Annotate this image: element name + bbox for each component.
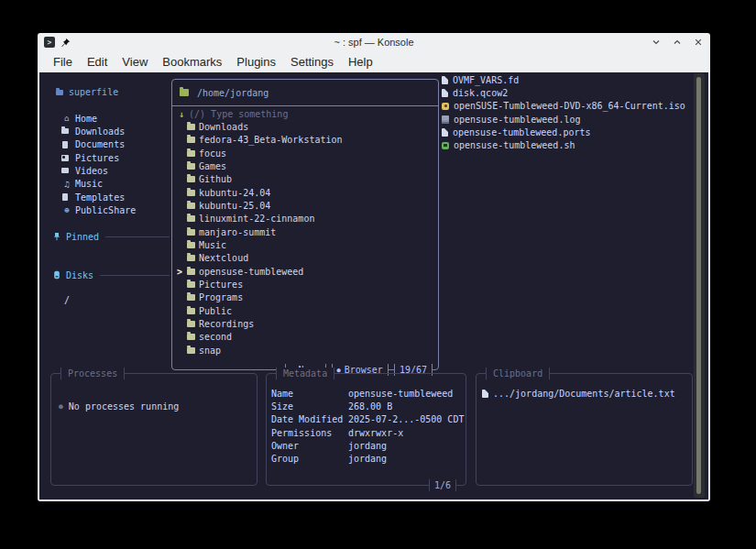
pin-icon xyxy=(60,38,71,48)
dir-name: Programs xyxy=(199,292,243,302)
file-name: opensuse-tumbleweed.ports xyxy=(453,127,591,137)
app-title: superfile xyxy=(56,87,118,97)
sidebar-item-pictures[interactable]: Pictures xyxy=(61,151,181,164)
folder-icon xyxy=(187,255,195,261)
minimize-button[interactable] xyxy=(651,37,662,48)
dir-entry[interactable]: fedora-43_Beta-Workstation xyxy=(172,134,438,147)
dir-entry[interactable]: Downloads xyxy=(172,120,438,133)
dir-entry[interactable]: kubuntu-25.04 xyxy=(172,199,438,212)
app-title-label: superfile xyxy=(69,87,118,97)
menu-help[interactable]: Help xyxy=(341,55,380,69)
cursor-icon: > xyxy=(177,267,182,277)
image-icon xyxy=(61,155,72,161)
dir-name: Pictures xyxy=(199,280,243,290)
sidebar-item-documents[interactable]: Documents xyxy=(61,138,181,151)
sidebar-section-disks: Disks xyxy=(52,269,170,281)
folder-icon xyxy=(187,137,195,143)
metadata-title: Metadata xyxy=(276,368,334,379)
dir-entry[interactable]: kubuntu-24.04 xyxy=(172,186,438,199)
folder-icon xyxy=(187,124,195,130)
terminal-scrollbar[interactable] xyxy=(694,73,705,498)
file-name: openSUSE-Tumbleweed-DVD-x86_64-Current.i… xyxy=(454,101,685,111)
metadata-row: Nameopensuse-tumbleweed xyxy=(267,387,466,400)
dir-name: manjaro-summit xyxy=(199,227,276,237)
file-entry[interactable]: opensuse-tumbleweed.ports xyxy=(442,126,695,138)
menu-view[interactable]: View xyxy=(115,55,155,69)
metadata-label: Group xyxy=(271,454,348,464)
menu-bookmarks[interactable]: Bookmarks xyxy=(155,55,229,69)
section-divider xyxy=(100,275,170,276)
file-entry[interactable]: disk.qcow2 xyxy=(442,86,695,99)
file-file-icon xyxy=(442,128,448,137)
dir-entry[interactable]: >opensuse-tumbleweed xyxy=(172,265,438,278)
maximize-button[interactable] xyxy=(672,37,683,48)
menu-file[interactable]: File xyxy=(46,55,80,69)
sidebar-item-label: Templates xyxy=(75,192,125,203)
file-name: opensuse-tumbleweed.log xyxy=(454,115,580,125)
dir-name: Downloads xyxy=(199,122,248,132)
pinned-icon xyxy=(52,232,61,241)
dir-name: snap xyxy=(199,346,221,356)
script-file-icon xyxy=(442,142,449,149)
sidebar-item-templates[interactable]: Templates xyxy=(61,191,181,203)
disk-item-root[interactable]: / xyxy=(64,293,70,306)
file-entry[interactable]: OVMF_VARS.fd xyxy=(442,73,695,86)
sidebar-item-downloads[interactable]: Downloads xyxy=(61,125,181,137)
metadata-label: Name xyxy=(271,389,348,399)
sidebar-item-label: Documents xyxy=(75,139,125,149)
folder-icon xyxy=(187,269,195,275)
section-divider xyxy=(105,236,170,237)
dir-entry[interactable]: Recordings xyxy=(172,317,438,330)
menu-settings[interactable]: Settings xyxy=(283,55,341,69)
file-entry[interactable]: opensuse-tumbleweed.log xyxy=(442,113,695,126)
window-title: ~ : spf — Konsole xyxy=(38,37,710,48)
sidebar-item-home[interactable]: ⌂Home xyxy=(61,112,181,125)
dir-entry[interactable]: manjaro-summit xyxy=(172,225,438,238)
dir-entry[interactable]: second xyxy=(172,331,438,344)
close-button[interactable] xyxy=(693,37,704,48)
dir-entry[interactable]: snap xyxy=(172,344,438,357)
processes-empty-text: No processes running xyxy=(69,401,179,412)
metadata-row: Permissionsdrwxrwxr-x xyxy=(267,426,466,439)
folder-icon xyxy=(187,347,195,354)
folder-icon xyxy=(187,190,195,196)
menu-edit[interactable]: Edit xyxy=(80,55,115,69)
sidebar-item-label: Downloads xyxy=(75,126,125,137)
clipboard-panel: Clipboard .../jordang/Documents/article.… xyxy=(476,373,693,486)
folder-icon xyxy=(187,229,195,236)
disk-root-label: / xyxy=(64,295,70,305)
titlebar[interactable]: > ~ : spf — Konsole xyxy=(38,33,710,51)
dir-entry[interactable]: Public xyxy=(172,304,438,317)
file-entry[interactable]: openSUSE-Tumbleweed-DVD-x86_64-Current.i… xyxy=(442,100,695,113)
scrollbar-thumb[interactable] xyxy=(696,77,701,494)
folder-icon xyxy=(187,150,195,157)
dir-name: fedora-43_Beta-Workstation xyxy=(199,135,343,145)
clipboard-title: Clipboard xyxy=(486,368,550,379)
sidebar-item-label: Home xyxy=(75,114,97,124)
folder-icon xyxy=(187,203,195,209)
file-browser-panel: /home/jordang ↓ (/) Type something Downl… xyxy=(171,79,439,370)
search-input[interactable]: ↓ (/) Type something xyxy=(172,107,438,120)
sidebar-item-music[interactable]: ♫Music xyxy=(61,178,181,191)
search-placeholder: (/) Type something xyxy=(189,109,288,119)
dir-name: linuxmint-22-cinnamon xyxy=(199,214,314,224)
dir-entry[interactable]: Games xyxy=(172,159,438,172)
dir-entry[interactable]: Music xyxy=(172,238,438,251)
sidebar-item-videos[interactable]: Videos xyxy=(61,164,181,177)
menu-plugins[interactable]: Plugins xyxy=(229,55,283,69)
superfile-logo-icon xyxy=(56,90,63,95)
file-file-icon xyxy=(442,89,448,97)
dir-entry[interactable]: focus xyxy=(172,147,438,159)
directory-list: ↓ (/) Type something Downloadsfedora-43_… xyxy=(172,106,438,369)
dir-name: Github xyxy=(199,174,232,184)
path-bar: /home/jordang xyxy=(172,80,438,106)
metadata-row: Date Modified2025-07-2...-0500 CDT xyxy=(267,413,466,426)
sidebar-item-publicshare[interactable]: ⊕PublicShare xyxy=(61,203,181,216)
file-entry[interactable]: opensuse-tumbleweed.sh xyxy=(442,139,695,152)
dir-entry[interactable]: Github xyxy=(172,173,438,186)
dir-entry[interactable]: Programs xyxy=(172,291,438,304)
dir-entry[interactable]: Pictures xyxy=(172,278,438,291)
dir-entry[interactable]: linuxmint-22-cinnamon xyxy=(172,213,438,225)
dir-entry[interactable]: Nextcloud xyxy=(172,252,438,265)
metadata-value: 268.00 B xyxy=(348,401,392,412)
